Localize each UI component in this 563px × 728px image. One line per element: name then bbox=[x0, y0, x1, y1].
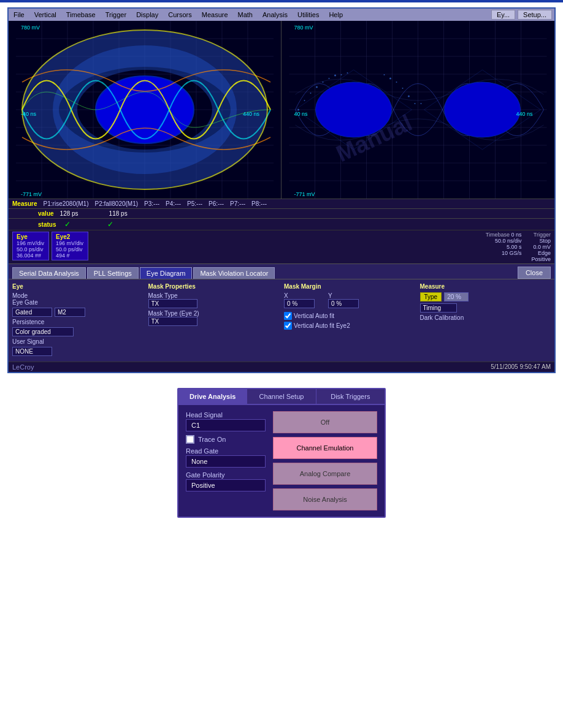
mask-x-label: X bbox=[284, 292, 321, 299]
mask-type-input[interactable] bbox=[148, 299, 197, 308]
drive-right-panel: Off Channel Emulation Analog Compare Noi… bbox=[273, 411, 377, 510]
read-gate-value[interactable]: None bbox=[186, 455, 266, 468]
tab-disk-triggers[interactable]: Disk Triggers bbox=[316, 389, 385, 404]
measure-status-bar: status ✓ ✓ bbox=[9, 218, 554, 230]
head-signal-value[interactable]: C1 bbox=[186, 419, 266, 431]
menu-display[interactable]: Display bbox=[134, 10, 161, 19]
menu-items: File Vertical Timebase Trigger Display C… bbox=[11, 10, 345, 19]
menu-math[interactable]: Math bbox=[236, 10, 255, 19]
menu-measure[interactable]: Measure bbox=[199, 10, 231, 19]
mode-input[interactable] bbox=[12, 308, 52, 317]
waveform-right: 780 mV -771 mV 40 ns 440 ns Manual bbox=[282, 21, 554, 199]
eye-channel-box: Eye 196 mV/div 50.0 ps/div 36.004 ## bbox=[12, 232, 49, 260]
btn-off[interactable]: Off bbox=[273, 411, 377, 433]
tab-drive-analysis[interactable]: Drive Analysis bbox=[178, 389, 247, 404]
measure-p2: P2:fall8020(M1) bbox=[95, 200, 139, 207]
eye-gate-input[interactable] bbox=[55, 308, 85, 317]
eye-num: 36.004 ## bbox=[17, 252, 45, 259]
persistence-input[interactable] bbox=[12, 327, 74, 336]
svg-point-59 bbox=[396, 82, 397, 83]
svg-text:40 ns: 40 ns bbox=[294, 111, 308, 117]
menu-cursors[interactable]: Cursors bbox=[166, 10, 194, 19]
menu-right-buttons: Ey... Setup... bbox=[491, 10, 552, 20]
measure-p3: P3:--- bbox=[144, 200, 159, 207]
measure-values-bar: value 128 ps 118 ps bbox=[9, 208, 554, 218]
vertical-auto2-checkbox[interactable] bbox=[284, 322, 292, 330]
value-label: value bbox=[38, 210, 54, 217]
close-button[interactable]: Close bbox=[518, 267, 551, 279]
user-signal-input[interactable] bbox=[12, 347, 52, 356]
svg-point-52 bbox=[323, 82, 324, 83]
timing-input[interactable] bbox=[420, 303, 457, 313]
drive-body: Head Signal C1 Trace On Read Gate None G… bbox=[178, 405, 385, 517]
vertical-auto-label: Vertical Auto fit bbox=[294, 313, 334, 319]
mask-title: Mask Properties bbox=[148, 283, 280, 290]
trigger-stop: Stop bbox=[531, 238, 551, 244]
eye-button[interactable]: Ey... bbox=[491, 10, 515, 20]
timestamp: 5/11/2005 9:50:47 AM bbox=[487, 362, 554, 372]
channel-info-bar: Eye 196 mV/div 50.0 ps/div 36.004 ## Eye… bbox=[9, 230, 554, 264]
top-accent-line bbox=[0, 0, 563, 2]
lecroy-label: LeCroy bbox=[9, 362, 37, 372]
btn-noise-analysis[interactable]: Noise Analysis bbox=[273, 488, 377, 510]
drive-left-panel: Head Signal C1 Trace On Read Gate None G… bbox=[186, 411, 266, 510]
trace-on-label: Trace On bbox=[198, 436, 226, 443]
user-signal-row: User Signal bbox=[12, 338, 144, 345]
menu-timebase[interactable]: Timebase bbox=[64, 10, 98, 19]
mask-type2-input[interactable] bbox=[148, 317, 197, 326]
vertical-auto-checkbox[interactable] bbox=[284, 312, 292, 320]
btn-analog-compare[interactable]: Analog Compare bbox=[273, 463, 377, 485]
tab-pll-settings[interactable]: PLL Settings bbox=[87, 267, 139, 279]
mode-label: Mode bbox=[12, 292, 144, 299]
measure-title: Measure bbox=[12, 200, 37, 207]
persistence-val-row bbox=[12, 327, 144, 336]
svg-text:-40 ns: -40 ns bbox=[21, 111, 37, 117]
tab-channel-setup[interactable]: Channel Setup bbox=[247, 389, 316, 404]
tab-serial-data[interactable]: Serial Data Analysis bbox=[12, 267, 86, 279]
timebase-value: 0 ns bbox=[511, 232, 521, 238]
svg-text:780 mV: 780 mV bbox=[294, 25, 313, 31]
mask-x-input[interactable] bbox=[284, 299, 315, 308]
eye-settings-section: Eye Mode Eye Gate Persistence User Signa… bbox=[12, 283, 144, 358]
trigger-level: 0.0 mV bbox=[531, 244, 551, 250]
dark-cal-row: Dark Calibration bbox=[420, 314, 551, 321]
mask-margin-xy-row: X Y bbox=[284, 292, 415, 308]
menu-analysis[interactable]: Analysis bbox=[260, 10, 290, 19]
gate-polarity-label: Gate Polarity bbox=[186, 471, 266, 479]
eye2-num: 494 # bbox=[56, 252, 84, 259]
mode-row: Mode Eye Gate bbox=[12, 292, 144, 306]
timebase-rate2: 5.00 s bbox=[486, 244, 522, 250]
slice-width-input[interactable] bbox=[444, 292, 469, 301]
measure-p8: P8:--- bbox=[251, 200, 267, 207]
svg-point-60 bbox=[402, 88, 404, 89]
setup-button[interactable]: Setup... bbox=[518, 10, 552, 20]
menu-help[interactable]: Help bbox=[326, 10, 345, 19]
type-button[interactable]: Type bbox=[420, 292, 442, 301]
tab-eye-diagram[interactable]: Eye Diagram bbox=[140, 267, 193, 279]
menu-utilities[interactable]: Utilities bbox=[295, 10, 321, 19]
p1-value: 128 ps bbox=[60, 210, 79, 217]
p2-value: 118 ps bbox=[109, 210, 128, 217]
svg-point-63 bbox=[421, 103, 422, 104]
mask-y-label: Y bbox=[328, 292, 365, 299]
measure-p1: P1:rise2080(M1) bbox=[44, 200, 89, 207]
eye-ps: 50.0 ps/div bbox=[17, 246, 45, 252]
dark-cal-label: Dark Calibration bbox=[420, 314, 464, 321]
measure-section-title: Measure bbox=[420, 283, 551, 290]
mask-margin-title: Mask Margin bbox=[284, 283, 415, 290]
gate-polarity-value[interactable]: Positive bbox=[186, 479, 266, 491]
tabs-area: Serial Data Analysis PLL Settings Eye Di… bbox=[9, 264, 554, 279]
menu-file[interactable]: File bbox=[11, 10, 27, 19]
menu-trigger[interactable]: Trigger bbox=[103, 10, 129, 19]
svg-point-47 bbox=[445, 82, 521, 137]
mask-y-input[interactable] bbox=[328, 299, 359, 308]
vertical-auto2-label: Vertical Auto fit Eye2 bbox=[294, 322, 350, 329]
trace-on-checkbox[interactable] bbox=[186, 435, 194, 444]
gate-polarity-group: Gate Polarity Positive bbox=[186, 471, 266, 491]
measure-p7: P7:--- bbox=[230, 200, 245, 207]
persistence-label: Persistence bbox=[12, 319, 49, 325]
tab-mask-violation[interactable]: Mask Violation Locator bbox=[193, 267, 275, 279]
measure-p6: P6:--- bbox=[209, 200, 224, 207]
btn-channel-emulation[interactable]: Channel Emulation bbox=[273, 437, 377, 459]
menu-vertical[interactable]: Vertical bbox=[32, 10, 59, 19]
